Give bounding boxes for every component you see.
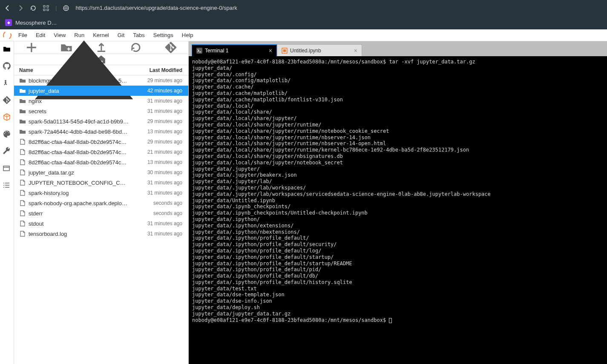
browser-tab[interactable]: ◆ Mesosphere D… — [0, 16, 607, 29]
folder-icon — [19, 97, 26, 104]
file-row[interactable]: jupyter_data.tar.gz30 minutes ago — [14, 167, 188, 178]
toolbar-divider: | — [55, 5, 57, 11]
file-modified: seconds ago — [133, 210, 188, 216]
folder-icon — [19, 77, 26, 84]
menu-help[interactable]: Help — [178, 29, 198, 41]
git-toolbar-icon[interactable] — [153, 41, 188, 54]
file-modified: 42 minutes ago — [133, 88, 188, 94]
file-row[interactable]: 8d2ff6ac-cfaa-4aaf-8dab-0b2de9574c0a…13 … — [14, 157, 188, 167]
file-icon — [19, 159, 26, 166]
notebook-icon — [282, 48, 288, 54]
file-row[interactable]: JUPYTER_NOTEBOOK_CONFIG_CO…31 minutes ag… — [14, 178, 188, 188]
file-row[interactable]: spark-72a4644c-4dbb-4dad-be98-6bd5…13 mi… — [14, 126, 188, 137]
file-modified: 29 minutes ago — [133, 118, 188, 124]
file-row[interactable]: nginx31 minutes ago — [14, 96, 188, 106]
file-icon — [19, 210, 26, 217]
menu-kernel[interactable]: Kernel — [89, 29, 113, 41]
close-icon[interactable]: × — [354, 47, 357, 54]
file-row[interactable]: jupyter_data42 minutes ago — [14, 86, 188, 96]
file-name: spark-72a4644c-4dbb-4dad-be98-6bd5… — [29, 129, 133, 135]
menu-git[interactable]: Git — [113, 29, 129, 41]
menu-settings[interactable]: Settings — [149, 29, 178, 41]
apps-icon[interactable] — [43, 5, 49, 11]
terminal-cursor — [389, 318, 392, 323]
menu-edit[interactable]: Edit — [32, 29, 49, 41]
svg-rect-0 — [43, 6, 45, 7]
jupyter-logo-icon[interactable] — [0, 31, 14, 40]
file-modified: 31 minutes ago — [133, 108, 188, 114]
list-icon[interactable] — [3, 181, 11, 189]
file-name: nginx — [29, 98, 133, 104]
file-name: blockmgr-617d279e-f4f2-45c7-bb36-5cf… — [29, 77, 133, 84]
tab-bar: Terminal 1×Untitled.ipynb× — [189, 44, 607, 56]
file-row[interactable]: spark-nobody-org.apache.spark.deploy.…se… — [14, 198, 188, 208]
running-icon[interactable] — [3, 79, 11, 87]
file-modified: 31 minutes ago — [133, 98, 188, 104]
file-row[interactable]: 8d2ff6ac-cfaa-4aaf-8dab-0b2de9574c0a…29 … — [14, 137, 188, 147]
folder-icon — [19, 118, 26, 125]
file-name: stderr — [29, 210, 133, 217]
terminal-icon — [196, 48, 202, 54]
tensorboard-icon[interactable] — [3, 113, 11, 121]
file-modified: 31 minutes ago — [133, 221, 188, 226]
file-icon — [19, 149, 26, 155]
tab-favicon-icon: ◆ — [5, 19, 12, 26]
menu-tabs[interactable]: Tabs — [129, 29, 149, 41]
tab-label: Untitled.ipynb — [290, 48, 321, 54]
url-bar[interactable]: https://sm1.daclusta/service/upgrade/dat… — [75, 5, 237, 11]
activity-bar — [0, 41, 14, 364]
file-name: 8d2ff6ac-cfaa-4aaf-8dab-0b2de9574c0a… — [29, 139, 133, 145]
file-icon — [19, 200, 26, 206]
file-list: blockmgr-617d279e-f4f2-45c7-bb36-5cf…29 … — [14, 75, 188, 364]
file-name: 8d2ff6ac-cfaa-4aaf-8dab-0b2de9574c0a… — [29, 159, 133, 166]
file-row[interactable]: spark-5da01134-545d-49cf-ac1d-b9b98…29 m… — [14, 116, 188, 126]
terminal-output[interactable]: nobody@e08af121-e9e7-4c0f-8188-23bfead50… — [189, 56, 607, 364]
wrench-icon[interactable] — [3, 147, 11, 155]
file-row[interactable]: stderrseconds ago — [14, 208, 188, 218]
file-row[interactable]: spark-history.log31 minutes ago — [14, 188, 188, 198]
folder-icon[interactable] — [3, 45, 11, 53]
file-name: spark-nobody-org.apache.spark.deploy.… — [29, 200, 133, 206]
file-icon — [19, 189, 26, 196]
menu-run[interactable]: Run — [70, 29, 89, 41]
git-icon[interactable] — [3, 96, 11, 104]
file-modified: 31 minutes ago — [133, 231, 188, 237]
file-icon — [19, 220, 26, 227]
file-modified: 29 minutes ago — [133, 77, 188, 83]
tabs-icon[interactable] — [3, 164, 11, 172]
file-modified: seconds ago — [133, 200, 188, 206]
file-name: stdout — [29, 221, 133, 227]
file-row[interactable]: tensorboard.log31 minutes ago — [14, 229, 188, 239]
tab-title: Mesosphere D… — [15, 20, 57, 26]
file-modified: 29 minutes ago — [133, 139, 188, 145]
file-list-header: Name Last Modified — [14, 65, 188, 75]
file-icon — [19, 230, 26, 237]
file-name: spark-history.log — [29, 190, 133, 196]
folder-icon — [19, 87, 26, 94]
file-name: secrets — [29, 108, 133, 115]
file-icon — [19, 138, 26, 145]
file-name: tensorboard.log — [29, 231, 133, 237]
file-row[interactable]: 8d2ff6ac-cfaa-4aaf-8dab-0b2de9574c0a…21 … — [14, 147, 188, 157]
menu-view[interactable]: View — [49, 29, 70, 41]
file-modified: 31 minutes ago — [133, 180, 188, 186]
file-row[interactable]: stdout31 minutes ago — [14, 218, 188, 229]
forward-button[interactable] — [17, 5, 24, 11]
close-icon[interactable]: × — [269, 47, 272, 54]
svg-rect-10 — [196, 48, 202, 54]
col-modified-header[interactable]: Last Modified — [133, 67, 188, 73]
file-modified: 31 minutes ago — [133, 190, 188, 196]
file-row[interactable]: secrets31 minutes ago — [14, 106, 188, 116]
reload-button[interactable] — [30, 5, 37, 11]
work-tab[interactable]: Terminal 1× — [192, 44, 277, 56]
work-tab[interactable]: Untitled.ipynb× — [277, 44, 362, 56]
file-row[interactable]: blockmgr-617d279e-f4f2-45c7-bb36-5cf…29 … — [14, 75, 188, 86]
back-button[interactable] — [4, 5, 11, 11]
file-name: 8d2ff6ac-cfaa-4aaf-8dab-0b2de9574c0a… — [29, 149, 133, 155]
github-icon[interactable] — [3, 62, 11, 70]
menu-file[interactable]: File — [14, 29, 32, 41]
file-name: jupyter_data — [29, 88, 133, 94]
file-icon — [19, 179, 26, 186]
palette-icon[interactable] — [3, 130, 11, 138]
globe-icon — [63, 5, 69, 11]
